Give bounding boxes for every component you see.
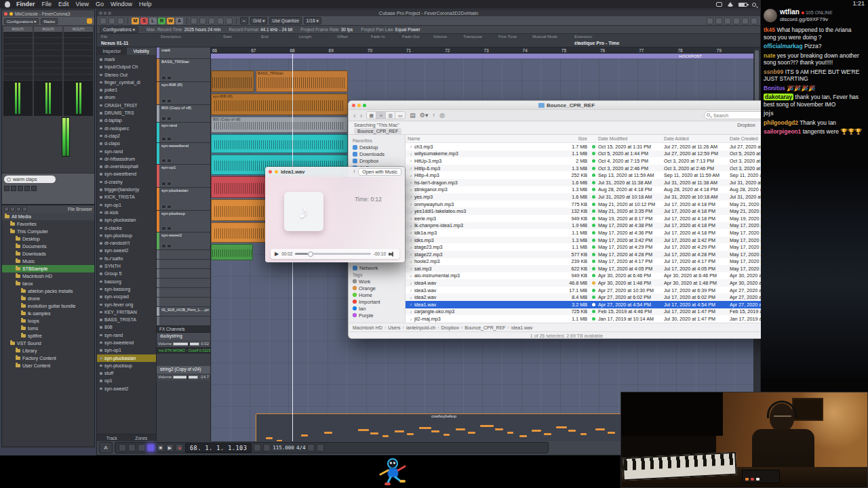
menu-edit[interactable]: Edit: [58, 0, 69, 9]
inspector-track-item[interactable]: dr-randosh't: [97, 239, 156, 247]
select-tool-icon[interactable]: [191, 18, 197, 24]
toolbar-a-button[interactable]: A: [176, 18, 183, 24]
inspector-track-item[interactable]: op1: [97, 377, 156, 384]
glue-tool-icon[interactable]: [217, 18, 224, 24]
forward-icon[interactable]: [10, 207, 15, 211]
file-browser-item[interactable]: VST Sound: [2, 340, 94, 347]
track-lane-header[interactable]: [157, 269, 210, 279]
wifi-icon[interactable]: [727, 2, 734, 7]
solo-button[interactable]: [167, 137, 172, 141]
file-browser-item[interactable]: User Content: [2, 362, 94, 369]
file-row[interactable]: ♪onmywayhuh.mp3775 KBMay 21, 2020 at 10:…: [406, 201, 785, 208]
close-icon[interactable]: [269, 170, 272, 174]
file-row[interactable]: ♪idea2.wav8.4 MBApr 27, 2020 at 6:02 PMJ…: [406, 293, 785, 301]
insert-slot[interactable]: Ins:STK:WOW2 - Cutoff 0.011999: [157, 347, 210, 354]
file-row[interactable]: ♪alo-instrumental.mp3949 KBApr 30, 2020 …: [406, 272, 785, 280]
track-lane-header[interactable]: [157, 279, 210, 288]
track-lane-header[interactable]: syn-sweet2: [157, 232, 210, 250]
scope-tab-folder[interactable]: Bounce_CPR_REF: [354, 128, 401, 134]
file-browser-item[interactable]: Macintosh HD: [2, 272, 94, 280]
tab-visibility[interactable]: Visibility: [127, 47, 157, 55]
file-browser-item[interactable]: toms: [2, 325, 94, 332]
track-lane-header[interactable]: syn-pluckasian: [157, 188, 210, 211]
file-row[interactable]: ♪idea1.wav3.2 MBApr 27, 2020 at 4:54 PMJ…: [406, 301, 785, 308]
inspector-track-item[interactable]: syn-plucksup: [97, 362, 156, 369]
inspector-track-item[interactable]: syn-op1: [97, 201, 156, 209]
inspector-track-item[interactable]: d-clacks: [97, 224, 156, 232]
volume-slider[interactable]: [173, 375, 198, 379]
mixer-button[interactable]: [11, 186, 16, 191]
share-button[interactable]: ↑: [432, 112, 435, 119]
range-tool-icon[interactable]: [199, 18, 206, 24]
audio-clip[interactable]: syn-808 (R): [211, 94, 348, 115]
track-lane-header[interactable]: IS_918_HCB_Perc_L....pm: [157, 307, 210, 317]
inspector-track-item[interactable]: bassorg: [97, 278, 156, 285]
path-item[interactable]: idea1.wav: [511, 325, 533, 330]
track-lane-header[interactable]: syn-op1: [157, 165, 210, 188]
inspector-track-item[interactable]: dr-hfbassdrum: [97, 155, 156, 163]
file-browser-item[interactable]: STBSample: [2, 265, 94, 272]
file-browser-item[interactable]: Favorites: [2, 220, 94, 228]
track-lane-header[interactable]: [157, 250, 210, 260]
file-row[interactable]: ♪stage22.mp3577 KBMay 17, 2020 at 4:28 P…: [406, 251, 785, 258]
sidebar-tag-ian[interactable]: Ian: [349, 305, 405, 312]
track-lane-header[interactable]: BASS_TRIStan: [157, 59, 210, 82]
close-icon[interactable]: [99, 12, 102, 15]
mixer-button[interactable]: [4, 186, 9, 191]
file-browser-item[interactable]: Factory Content: [2, 354, 94, 362]
file-browser-item[interactable]: drone: [2, 295, 94, 302]
mute-button[interactable]: [161, 117, 166, 121]
minimize-icon[interactable]: [275, 170, 278, 174]
share-icon[interactable]: ↑: [353, 169, 355, 175]
inspector-track-item[interactable]: dr-oversloophall: [97, 163, 156, 170]
file-row[interactable]: ♪idks.mp31.3 MBMay 17, 2020 at 3:42 PMJu…: [406, 237, 785, 244]
file-row[interactable]: ♪willysumakeme.mp31.1 MBOct 5, 2020 at 1…: [406, 150, 785, 158]
inspector-track-item[interactable]: drum: [97, 94, 156, 101]
file-row[interactable]: ♪sat.mp3622 KBMay 17, 2020 at 4:05 PMJul…: [406, 265, 785, 272]
menu-view[interactable]: View: [76, 0, 89, 9]
sidebar-item-network[interactable]: Network: [349, 264, 405, 271]
inspector-track-item[interactable]: SYNTH: [97, 262, 156, 270]
inspector-track-item[interactable]: syn-fever orig: [97, 301, 156, 308]
inspector-track-item[interactable]: syn-bassorg: [97, 285, 156, 293]
discord-link[interactable]: discord.gg/69XF79v: [780, 16, 833, 23]
zoom-preset-button[interactable]: A: [99, 442, 113, 453]
tab-zones[interactable]: Zones: [127, 434, 157, 441]
apple-menu-icon[interactable]: [5, 1, 10, 7]
file-row[interactable]: ♪ch3.mp31.7 MBOct 15, 2020 at 1:31 PMJul…: [406, 143, 785, 150]
toolbar-button[interactable]: [733, 18, 740, 24]
audio-clip[interactable]: BASS_TRIStan: [256, 70, 348, 92]
toolbar-s-button[interactable]: S: [140, 18, 148, 24]
mixer-routing-cell[interactable]: [34, 56, 63, 62]
close-icon[interactable]: [4, 12, 7, 16]
column-header[interactable]: Date Added: [664, 136, 730, 141]
mixer-routing-cell[interactable]: [3, 38, 33, 44]
activate-project-button[interactable]: [100, 18, 106, 24]
track-lane-header[interactable]: mark: [157, 47, 210, 59]
path-item[interactable]: Bounce_CPR_REF: [465, 325, 505, 330]
file-row[interactable]: ♪Hitlp-4.mp3252 KBSep 13, 2020 at 11:59 …: [406, 171, 785, 179]
mixer-routing-cell[interactable]: [34, 68, 63, 75]
volume-slider[interactable]: [173, 342, 199, 346]
audio-clip[interactable]: 800 (Copy of v8): [211, 117, 348, 133]
inspector-track-item[interactable]: syn-sweet2: [97, 385, 156, 392]
menu-help[interactable]: Help: [139, 0, 152, 9]
snap-button[interactable]: ⌁: [240, 17, 248, 24]
mixer-routing-cell[interactable]: [64, 38, 93, 44]
file-browser-item[interactable]: loops: [2, 317, 94, 325]
mixer-channel-strip[interactable]: ROUTI: [64, 26, 93, 116]
inspector-track-item[interactable]: CRASH_TRIST: [97, 102, 156, 109]
sidebar-tag-purple[interactable]: Purple: [349, 312, 405, 319]
mute-button[interactable]: [161, 226, 166, 230]
solo-button[interactable]: [167, 244, 172, 248]
tab-inspector[interactable]: Inspector: [97, 47, 127, 55]
track-lane-header[interactable]: 800 (Copy of v8): [157, 105, 210, 123]
file-row[interactable]: ♪Hitllp-6.mp31.3 MBOct 3, 2020 at 2:46 P…: [406, 165, 785, 172]
undo-button[interactable]: [108, 18, 115, 24]
toolbar-r-button[interactable]: R: [158, 18, 165, 24]
redo-button[interactable]: [117, 18, 124, 24]
inspector-track-item[interactable]: poke1: [97, 86, 156, 94]
inspector-track-item[interactable]: dr-kick: [97, 209, 156, 216]
midi-track-name[interactable]: string2 (Copy of v24): [157, 366, 210, 373]
file-row[interactable]: ♪idea4.wav46.8 MBApr 30, 2020 at 1:48 PM…: [406, 279, 785, 287]
